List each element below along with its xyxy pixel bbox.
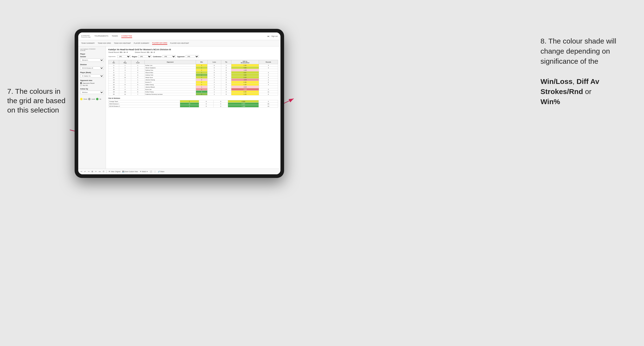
- sec-nav-team-summary[interactable]: TEAM SUMMARY: [81, 42, 95, 44]
- cell-win: 1: [196, 83, 208, 86]
- gender-dropdown[interactable]: Women's: [80, 58, 104, 62]
- cell-win: 1: [196, 71, 208, 74]
- last-updated: Last Updated: 27/03/2024 16:55:38: [80, 48, 104, 51]
- cell-rounds: 2: [259, 79, 278, 81]
- overall-record: Overall Record: 353 - 34 - 6: [108, 51, 128, 53]
- sec-nav-team-h2h-heatmap[interactable]: TEAM H2H HEATMAP: [114, 42, 131, 44]
- toolbar-share[interactable]: 🔗 Share: [158, 171, 164, 173]
- toolbar-grid-icon[interactable]: ⊞: [92, 171, 93, 173]
- cell-loss: 1: [208, 69, 221, 71]
- overall-record-label: Overall Record:: [108, 51, 119, 53]
- annotation-left-text: 7. The colours in the grid are based on …: [7, 87, 66, 114]
- cell-tie: 0: [221, 67, 231, 69]
- cell-reg: 6: [119, 74, 131, 76]
- cell-diff: -1.00: [231, 69, 259, 71]
- cell-tie: 0: [221, 83, 231, 86]
- table-row: 3 1 1 Esther Lee 1 0 1 1.50 4: [108, 64, 278, 67]
- cell-reg: 8: [119, 83, 131, 86]
- toolbar-save-custom-view[interactable]: 💾 Save Custom View: [122, 171, 138, 173]
- bottom-toolbar: ↩ ↩ ↪ ⊞ ✂ ••• ⏱ 👁 View: Original 💾 Save …: [78, 169, 280, 174]
- radio-top100[interactable]: Top 100: [80, 84, 104, 86]
- table-row: 18 2 2 Euna Lee 0 1 0 -5.00 2: [108, 88, 278, 91]
- sec-nav-team-h2h-grid[interactable]: TEAM H2H GRID: [98, 42, 111, 44]
- cell-win: 1: [196, 64, 208, 67]
- toolbar-view-original[interactable]: 👁 View: Original: [108, 171, 120, 173]
- cell-win: 4: [196, 91, 208, 93]
- toolbar-layout2[interactable]: ⬚: [154, 171, 156, 173]
- nav-icon: ▶|: [268, 35, 270, 37]
- cell-tie: 0: [221, 76, 231, 79]
- cell-win: 2: [196, 81, 208, 83]
- conference-filter-section: Conference (All): [153, 55, 176, 58]
- cell-reg: 2: [119, 88, 131, 91]
- toolbar-undo[interactable]: ↩: [81, 171, 82, 173]
- toolbar-timer[interactable]: ⏱: [102, 171, 104, 173]
- cell-conf: 7: [131, 93, 144, 95]
- nav-teams[interactable]: TEAMS: [112, 34, 118, 38]
- sec-nav-player-h2h-heatmap[interactable]: PLAYER H2H HEATMAP: [170, 42, 189, 44]
- col-loss: Loss: [208, 60, 221, 64]
- cell-conf: 4: [131, 71, 144, 74]
- region-filter-dropdown[interactable]: (All): [138, 55, 152, 58]
- toolbar-more[interactable]: •••: [99, 171, 101, 173]
- cell-conf: 1: [131, 64, 144, 67]
- toolbar-watch[interactable]: 👁 Watch ▾: [140, 171, 148, 173]
- region-filter-section: Region (All): [132, 55, 152, 58]
- cell-loss: 0: [208, 64, 221, 67]
- cell-win: 0: [196, 88, 208, 91]
- cell-reg: 2: [119, 67, 131, 69]
- cell-diff: 0.30: [231, 91, 259, 93]
- nav-items: TOURNAMENTS TEAMS COMMITTEE: [94, 34, 268, 38]
- legend-up-dot: [96, 98, 98, 100]
- cell-diff: 0.38: [231, 81, 259, 83]
- col-win: Win: [196, 60, 208, 64]
- toolbar-layout1[interactable]: ⬜: [150, 171, 152, 173]
- player-rank-dropdown[interactable]: 8. Katelyn Vo: [80, 74, 104, 78]
- tablet-screen: SCOREBOARD Powered by clippi TOURNAMENTS…: [78, 32, 280, 174]
- sec-nav-player-summary[interactable]: PLAYER SUMMARY: [134, 42, 150, 44]
- ood-cell-win: 15: [180, 103, 199, 105]
- sign-out-button[interactable]: Sign out: [271, 35, 278, 37]
- toolbar-redo[interactable]: ↪: [88, 171, 90, 173]
- ood-table-row: NAIA Division 1 15 0 0 9.267 30: [108, 103, 278, 105]
- ood-cell-tie: 0: [214, 105, 228, 108]
- radio-label-opponents: Opponents Played: [82, 82, 94, 84]
- table-row: 5 2 2 Alexis Sudjianto 1 0 0 4.00 3: [108, 67, 278, 69]
- radio-label-top100: Top 100: [82, 85, 88, 86]
- ood-cell-opponent: NAIA Division 1: [108, 103, 180, 105]
- nav-tournaments[interactable]: TOURNAMENTS: [94, 34, 108, 38]
- opponents-filter-dropdown[interactable]: (All): [117, 55, 130, 58]
- toolbar-cut[interactable]: ✂: [95, 171, 97, 173]
- region-label: Region: [132, 56, 137, 57]
- toolbar-undo2[interactable]: ↩: [84, 171, 86, 173]
- table-row: 11 11 2 Heejo Hyun 1 0 0 3.33 3: [108, 76, 278, 79]
- ood-cell-win: 5: [180, 105, 199, 108]
- col-tie: Tie: [221, 60, 231, 64]
- cell-reg: 1: [119, 86, 131, 88]
- cell-rounds: 6: [259, 93, 278, 95]
- ood-cell-win: 1: [180, 100, 199, 103]
- sec-nav-player-h2h-grid[interactable]: PLAYER H2H GRID: [152, 42, 167, 45]
- cell-loss: 0: [208, 76, 221, 79]
- cell-win: 1: [196, 76, 208, 79]
- opponent-filter-dropdown[interactable]: (All): [186, 55, 199, 58]
- conference-filter-dropdown[interactable]: (All): [162, 55, 176, 58]
- cell-diff: 4.00: [231, 74, 259, 76]
- colour-by-dropdown[interactable]: Win/loss: [80, 91, 104, 94]
- legend-up-label: Up: [100, 98, 101, 100]
- logo: SCOREBOARD Powered by clippi: [81, 35, 90, 38]
- cell-diff: 1.33: [231, 93, 259, 95]
- division-dropdown[interactable]: NCAA Division III: [80, 66, 104, 70]
- cell-div: 19: [108, 91, 119, 93]
- radio-opponents-played[interactable]: Opponents Played: [80, 82, 104, 84]
- legend-down-label: Down: [84, 98, 87, 100]
- cell-rounds: 4: [259, 64, 278, 67]
- nav-committee[interactable]: COMMITTEE: [121, 34, 132, 38]
- ood-table-row: NCAA Division 2 5 0 0 7.400 10: [108, 105, 278, 108]
- ood-cell-loss: 0: [199, 103, 214, 105]
- cell-div: 15: [108, 83, 119, 86]
- cell-rounds: 3: [259, 76, 278, 79]
- cell-reg: 1: [119, 79, 131, 81]
- logo-text: SCOREBOARD: [81, 35, 90, 36]
- division-label: Division: [80, 64, 104, 65]
